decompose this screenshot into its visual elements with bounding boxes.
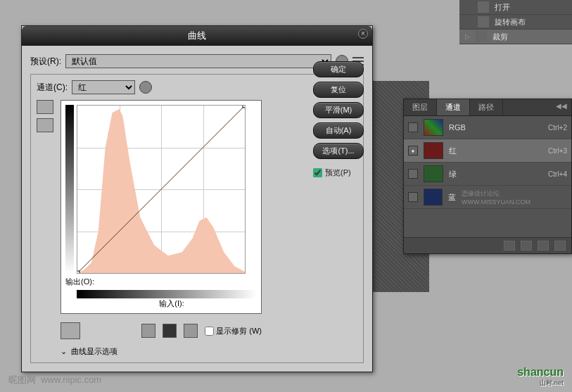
black-point-eyedropper[interactable] <box>141 324 155 338</box>
show-clipping-checkbox[interactable]: 显示修剪 (W) <box>205 326 262 336</box>
footer-left: 昵图网 www.nipic.com <box>8 374 101 386</box>
channel-row-green[interactable]: 绿 Ctrl+4 <box>404 163 571 186</box>
auto-button[interactable]: 自动(A) <box>313 122 364 139</box>
channels-panel: 图层 通道 路径 ◀◀ RGB Ctrl+2 红 Ctrl+3 绿 Ctrl+4… <box>403 99 572 254</box>
visibility-toggle[interactable] <box>408 169 418 179</box>
channels-footer <box>404 237 571 253</box>
channel-row-blue[interactable]: 蓝 思缘设计论坛 WWW.MISSYUAN.COM <box>404 186 571 209</box>
channel-thumbnail <box>424 189 443 206</box>
visibility-toggle[interactable] <box>408 122 418 132</box>
tab-layers[interactable]: 图层 <box>404 99 437 115</box>
preset-label: 预设(R): <box>30 56 61 68</box>
history-item[interactable]: 旋转画布 <box>459 15 572 30</box>
history-panel-fragment: 打开 旋转画布 ▷裁剪 <box>459 0 572 44</box>
channel-row-rgb[interactable]: RGB Ctrl+2 <box>404 116 571 139</box>
channel-thumbnail <box>424 142 443 159</box>
curve-display-options-label[interactable]: 曲线显示选项 <box>71 346 117 357</box>
history-label: 打开 <box>495 2 510 13</box>
preset-select[interactable]: 默认值 <box>65 54 331 68</box>
options-button[interactable]: 选项(T)... <box>313 143 364 159</box>
input-gradient <box>77 290 257 298</box>
save-selection-icon[interactable] <box>521 241 532 251</box>
channel-thumbnail <box>424 165 443 182</box>
channel-options-icon[interactable] <box>139 81 152 94</box>
new-channel-icon[interactable] <box>538 241 549 251</box>
collapse-icon[interactable]: ◀◀ <box>552 99 571 115</box>
footer-right: shancun 山村.net <box>517 366 564 388</box>
expand-toggle-icon[interactable]: ⌄ <box>61 347 67 356</box>
histogram-icon <box>77 106 245 273</box>
history-item[interactable]: 打开 <box>459 0 572 15</box>
curve-pencil-tool[interactable] <box>37 118 53 132</box>
channel-select[interactable]: 红 <box>72 80 135 94</box>
channel-label: 通道(C): <box>37 82 68 94</box>
channel-row-red[interactable]: 红 Ctrl+3 <box>404 139 571 163</box>
rotate-icon <box>478 16 489 27</box>
dialog-title: 曲线 <box>188 30 206 41</box>
open-icon <box>478 1 489 13</box>
nav-arrow-icon: ▷ <box>465 33 470 40</box>
close-icon[interactable]: × <box>358 29 368 39</box>
delete-channel-icon[interactable] <box>554 241 566 251</box>
crop-icon <box>476 31 487 42</box>
visibility-toggle[interactable] <box>408 192 418 202</box>
reset-button[interactable]: 复位 <box>313 82 364 98</box>
white-point-eyedropper[interactable] <box>184 324 198 338</box>
load-selection-icon[interactable] <box>504 241 515 251</box>
tab-channels[interactable]: 通道 <box>437 99 470 115</box>
visibility-toggle[interactable] <box>408 146 418 156</box>
curves-dialog: 曲线 × 预设(R): 默认值 通道(C): 红 <box>21 25 373 372</box>
history-item[interactable]: ▷裁剪 <box>459 30 572 44</box>
input-label: 输入(I): <box>87 298 257 309</box>
output-label: 输出(O): <box>65 277 257 287</box>
smooth-button[interactable]: 平滑(M) <box>313 102 364 118</box>
dialog-titlebar[interactable]: 曲线 × <box>22 26 372 46</box>
curve-draw-tool[interactable] <box>37 100 53 114</box>
output-gradient <box>65 105 74 274</box>
curves-graph-area: 输出(O): 输入(I): <box>61 100 262 314</box>
history-label: 旋转画布 <box>495 17 526 27</box>
ok-button[interactable]: 确定 <box>313 61 364 77</box>
target-adjust-tool[interactable] <box>61 322 80 339</box>
history-label: 裁剪 <box>492 32 508 42</box>
gray-point-eyedropper[interactable] <box>163 324 177 338</box>
curves-graph[interactable] <box>77 105 246 274</box>
channel-thumbnail <box>424 119 443 136</box>
svg-marker-0 <box>77 109 245 273</box>
tab-paths[interactable]: 路径 <box>470 99 503 115</box>
preview-checkbox[interactable]: 预览(P) <box>313 167 364 178</box>
